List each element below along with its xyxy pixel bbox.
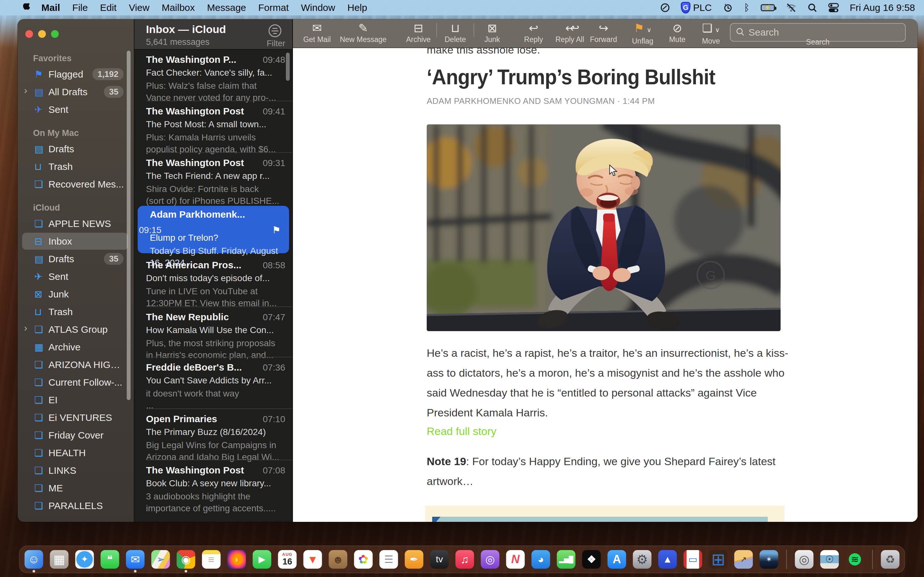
sidebar-item-apple-news[interactable]: ❏APPLE NEWS <box>18 215 126 232</box>
sidebar-item-health[interactable]: ❏HEALTH <box>18 444 126 462</box>
sidebar-item-recovered-mes-[interactable]: ❏Recovered Mes... <box>18 175 126 193</box>
forward-button[interactable]: ↪Forward <box>590 21 617 44</box>
menu-help[interactable]: Help <box>341 2 373 13</box>
junk-button[interactable]: ⊠Junk <box>485 21 500 44</box>
dock-photos-icon[interactable]: ✿ <box>354 550 373 569</box>
dock-contacts-icon[interactable]: ☻ <box>329 550 347 569</box>
control-center-icon[interactable] <box>828 3 839 13</box>
dock-mail-icon[interactable]: ✉ <box>126 550 145 569</box>
dock-system-settings-icon[interactable]: ⚙ <box>633 550 652 569</box>
dock-windows-icon[interactable]: ⊞ <box>709 550 728 569</box>
new-message-button[interactable]: ✎New Message <box>340 21 387 44</box>
sidebar-item-inbox[interactable]: ⊟Inbox <box>18 232 126 250</box>
dock-preview-icon[interactable]: ☉ <box>821 550 839 569</box>
menu-mail[interactable]: Mail <box>35 2 66 13</box>
dock-launchpad-icon[interactable]: ▦ <box>50 550 69 569</box>
dock-brave-icon[interactable]: ▼ <box>304 550 322 569</box>
sidebar-item-drafts[interactable]: ▤Drafts <box>18 140 126 158</box>
message-row[interactable]: The Washington P...09:48Fact Checker: Va… <box>134 50 292 101</box>
menu-message[interactable]: Message <box>201 2 252 13</box>
dock-firefox-icon[interactable]: ◗ <box>228 550 246 569</box>
dock-photo-booth-icon[interactable]: ◎ <box>795 550 814 569</box>
message-row[interactable]: The American Pros...08:58Don't miss toda… <box>134 255 292 307</box>
dock-calendar-icon[interactable]: AUG16 <box>278 550 297 569</box>
sidebar-item-links[interactable]: ❏LINKS <box>18 462 126 479</box>
menu-mailbox[interactable]: Mailbox <box>156 2 201 13</box>
dock-pages-icon[interactable]: ✒ <box>405 550 423 569</box>
get-mail-button[interactable]: ✉Get Mail <box>303 21 331 44</box>
dock-apple-music-icon[interactable]: ♫ <box>456 550 474 569</box>
message-row[interactable]: Open Primaries07:10The Primary Buzz (8/1… <box>134 409 292 460</box>
dock-notes-icon[interactable]: ≡ <box>202 550 221 569</box>
message-row[interactable]: The Washington Post09:31The Tech Friend:… <box>134 153 292 205</box>
close-button[interactable] <box>25 30 33 38</box>
bluetooth-icon[interactable]: ᛒ <box>744 2 750 13</box>
delete-button[interactable]: ⊔Delete <box>445 21 466 44</box>
battery-icon[interactable]: ⚡ <box>761 4 775 11</box>
zoom-button[interactable] <box>51 30 59 38</box>
dock-safari-icon[interactable]: ✦ <box>75 550 94 569</box>
dock-alias-shortcut-icon[interactable]: ↗ <box>734 550 753 569</box>
sidebar-item-sent[interactable]: ✈Sent <box>18 101 126 118</box>
dock-facetime-icon[interactable]: ▶ <box>253 550 271 569</box>
status-circle-icon[interactable] <box>660 3 670 13</box>
message-row[interactable]: Freddie deBoer's B...07:36You Can't Save… <box>134 358 292 409</box>
dock-messages-icon[interactable]: ❝ <box>101 550 120 569</box>
reply-button[interactable]: ↩Reply <box>524 21 543 44</box>
sidebar-scrollbar[interactable] <box>127 51 131 400</box>
sidebar-item-junk[interactable]: ⊠Junk <box>18 285 126 303</box>
dock-nordvpn-icon[interactable]: ▲ <box>658 550 677 569</box>
dock-app-store-icon[interactable]: A <box>607 550 626 569</box>
message-row[interactable]: The Washington Post09:41The Post Most: A… <box>134 101 292 153</box>
sidebar-item-archive[interactable]: ▦Archive <box>18 338 126 356</box>
minimize-button[interactable] <box>38 30 46 38</box>
chevron-right-icon[interactable]: › <box>24 322 27 334</box>
dock-chrome-icon[interactable]: ◉ <box>177 550 195 569</box>
read-full-story-link[interactable]: Read full story <box>427 425 496 438</box>
menu-window[interactable]: Window <box>295 2 341 13</box>
dock-numbers-icon[interactable]: ▂▅█ <box>557 550 575 569</box>
sidebar-item-arizona-high-[interactable]: ❏ARIZONA HIGH... <box>18 356 126 374</box>
filter-icon[interactable] <box>268 24 281 37</box>
dock-tidal-icon[interactable]: ❖ <box>582 550 601 569</box>
message-row[interactable]: The New Republic07:47How Kamala Will Use… <box>134 307 292 358</box>
sidebar-item-me[interactable]: ❏ME <box>18 479 126 497</box>
dock-parallels-icon[interactable]: ▭ <box>684 550 702 569</box>
sidebar-item-atlas-group[interactable]: ›❏ATLAS Group <box>18 321 126 338</box>
dock-reminders-icon[interactable]: ☰ <box>380 550 398 569</box>
message-row[interactable]: The Washington Post07:08Book Club: A sex… <box>134 460 292 522</box>
message-list-scrollbar[interactable] <box>286 53 290 81</box>
dock-podcasts-icon[interactable]: ◎ <box>481 550 499 569</box>
sidebar-item-ei-ventures[interactable]: ❏Ei VENTURES <box>18 409 126 426</box>
dock-finder-icon[interactable]: ☺ <box>25 550 43 569</box>
sidebar-item-trash[interactable]: ⊔Trash <box>18 158 126 175</box>
dock-apple-tv-icon[interactable]: tv <box>430 550 449 569</box>
dock-trash-icon[interactable]: ♻ <box>881 550 900 569</box>
move-button[interactable]: ❏∨Move <box>702 21 720 45</box>
sidebar-item-drafts[interactable]: ▤Drafts35 <box>18 250 126 268</box>
dock-spotify-icon[interactable]: ≋ <box>846 550 864 569</box>
sidebar-item-flagged[interactable]: ⚑Flagged1,192 <box>18 65 126 83</box>
time-machine-icon[interactable] <box>723 3 733 13</box>
menu-format[interactable]: Format <box>252 2 295 13</box>
apple-menu-icon[interactable] <box>23 3 31 13</box>
dock-keynote-icon[interactable]: ◕ <box>531 550 550 569</box>
sidebar-item-friday-cover[interactable]: ❏Friday Cover <box>18 426 126 444</box>
mute-button[interactable]: ⊘Mute <box>669 21 685 44</box>
sidebar-item-all-drafts[interactable]: ›▤All Drafts35 <box>18 83 126 101</box>
menu-file[interactable]: File <box>66 2 94 13</box>
spotlight-search-icon[interactable] <box>808 3 817 13</box>
sidebar-item-parallels[interactable]: ❏PARALLELS <box>18 497 126 514</box>
plc-shield-icon[interactable]: G PLC <box>681 2 712 13</box>
message-row[interactable]: Adam Parkhomenk...09:15Elump or Trelon?T… <box>134 205 292 255</box>
menu-view[interactable]: View <box>123 2 155 13</box>
wifi-off-icon[interactable] <box>786 3 796 13</box>
sidebar-item-current-follow-[interactable]: ❏Current Follow-... <box>18 374 126 391</box>
dock-apple-news-icon[interactable]: N <box>506 550 525 569</box>
article-image[interactable]: G <box>427 124 780 331</box>
unflag-button[interactable]: ⚑∨Unflag <box>632 21 653 45</box>
menubar-clock[interactable]: Fri Aug 16 9:58 <box>850 2 915 13</box>
menu-edit[interactable]: Edit <box>94 2 123 13</box>
dock-maps-icon[interactable]: ➢ <box>152 550 170 569</box>
dock-kindle-icon[interactable]: ✶ <box>760 550 779 569</box>
